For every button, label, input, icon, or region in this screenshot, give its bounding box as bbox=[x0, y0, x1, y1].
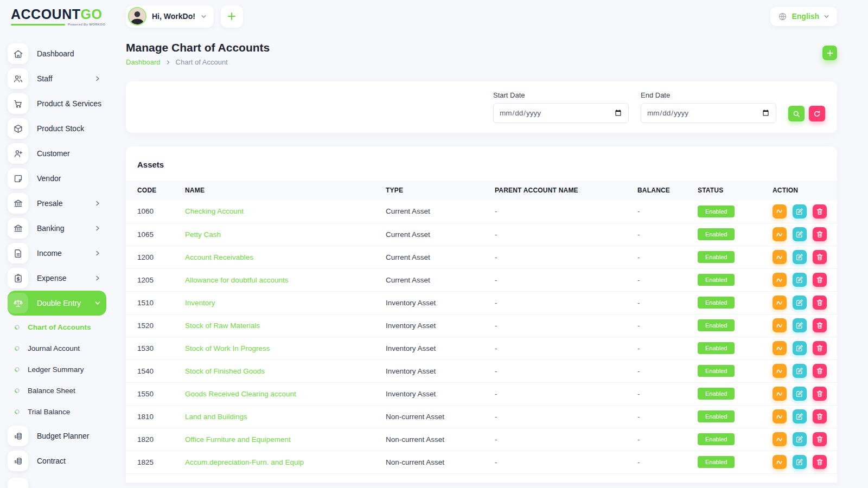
account-name-link[interactable]: Goods Received Clearing account bbox=[185, 390, 296, 398]
sidebar-item-customer[interactable]: Customer bbox=[8, 141, 106, 166]
account-name-link[interactable]: Stock of Work In Progress bbox=[185, 344, 270, 352]
account-name-link[interactable]: Petty Cash bbox=[185, 230, 221, 239]
ledger-activity-button[interactable] bbox=[773, 273, 787, 287]
sidebar-item-income[interactable]: Income bbox=[8, 241, 106, 266]
reset-button[interactable] bbox=[809, 106, 825, 121]
edit-button[interactable] bbox=[793, 341, 807, 355]
start-date-input[interactable] bbox=[493, 103, 629, 123]
workspace-add-button[interactable] bbox=[221, 5, 243, 28]
sidebar-subitem-label: Journal Account bbox=[28, 344, 80, 352]
language-selector[interactable]: English bbox=[770, 7, 837, 26]
cell-code: 1550 bbox=[126, 382, 185, 405]
sidebar-item-expense[interactable]: Expense bbox=[8, 266, 106, 291]
delete-button[interactable] bbox=[813, 273, 827, 287]
delete-button[interactable] bbox=[813, 364, 827, 378]
sidebar-nav: Dashboard Staff Product & Services bbox=[8, 41, 115, 488]
delete-button[interactable] bbox=[813, 432, 827, 446]
account-name-link[interactable]: Accum.depreciation-Furn. and Equip bbox=[185, 458, 304, 466]
sidebar-subitem-chart-of-accounts[interactable]: Chart of Accounts bbox=[8, 317, 115, 338]
col-code: CODE bbox=[126, 181, 185, 200]
cell-parent: - bbox=[495, 337, 637, 359]
user-menu[interactable]: Hi, WorkDo! bbox=[126, 5, 214, 28]
cell-parent: - bbox=[495, 200, 637, 223]
delete-button[interactable] bbox=[813, 250, 827, 264]
sidebar-subitem-ledger-summary[interactable]: Ledger Summary bbox=[8, 359, 115, 380]
cell-code: 1540 bbox=[126, 359, 185, 382]
account-name-link[interactable]: Stock of Finished Goods bbox=[185, 367, 265, 375]
sidebar-item-contract[interactable]: $ Contract bbox=[8, 448, 106, 473]
sidebar-item-product-stock[interactable]: Product Stock bbox=[8, 116, 106, 141]
sidebar-item-label: Expense bbox=[37, 274, 66, 282]
cell-balance: - bbox=[637, 382, 698, 405]
delete-button[interactable] bbox=[813, 455, 827, 469]
delete-button[interactable] bbox=[813, 409, 827, 423]
table-row: 1200 Account Receivables Current Asset -… bbox=[126, 246, 837, 268]
col-action: ACTION bbox=[773, 181, 837, 200]
ledger-activity-button[interactable] bbox=[773, 455, 787, 469]
account-name-link[interactable]: Stock of Raw Materials bbox=[185, 322, 260, 330]
sidebar-item-banking[interactable]: Banking bbox=[8, 216, 106, 241]
ledger-activity-button[interactable] bbox=[773, 364, 787, 378]
ledger-activity-button[interactable] bbox=[773, 318, 787, 332]
account-name-link[interactable]: Office Furniture and Equipement bbox=[185, 435, 291, 444]
cell-code: 1510 bbox=[126, 291, 185, 314]
ledger-activity-button[interactable] bbox=[773, 432, 787, 446]
ledger-activity-button[interactable] bbox=[773, 227, 787, 241]
ledger-activity-button[interactable] bbox=[773, 296, 787, 310]
edit-button[interactable] bbox=[793, 409, 807, 423]
account-name-link[interactable]: Checking Account bbox=[185, 207, 244, 215]
ledger-activity-button[interactable] bbox=[773, 204, 787, 219]
delete-button[interactable] bbox=[813, 387, 827, 401]
sidebar-item-label: Vendor bbox=[37, 174, 61, 183]
create-account-button[interactable] bbox=[822, 46, 837, 60]
sidebar-item-vendor[interactable]: Vendor bbox=[8, 166, 106, 191]
sidebar-item-label: Budget Planner bbox=[37, 432, 90, 440]
edit-button[interactable] bbox=[793, 204, 807, 219]
cell-code: 1520 bbox=[126, 314, 185, 337]
brand-logo[interactable]: ACCOUNTGO Powered By WORKDO bbox=[11, 8, 115, 26]
sidebar-item-staff[interactable]: Staff bbox=[8, 66, 106, 91]
app-root: ACCOUNTGO Powered By WORKDO Dashboard St… bbox=[0, 0, 868, 488]
bullet-icon bbox=[14, 408, 21, 415]
cell-type: Non-current Asset bbox=[386, 428, 495, 451]
account-name-link[interactable]: Allowance for doubtful accounts bbox=[185, 276, 289, 284]
sidebar-item-budget-planner[interactable]: $ Budget Planner bbox=[8, 423, 106, 448]
sidebar-subitem-balance-sheet[interactable]: Balance Sheet bbox=[8, 380, 115, 401]
ledger-activity-button[interactable] bbox=[773, 250, 787, 264]
delete-button[interactable] bbox=[813, 296, 827, 310]
edit-button[interactable] bbox=[793, 273, 807, 287]
cell-type: Non-current Asset bbox=[386, 405, 495, 428]
ledger-activity-button[interactable] bbox=[773, 341, 787, 355]
chevron-down-icon bbox=[824, 14, 829, 20]
sidebar-item-dashboard[interactable]: Dashboard bbox=[8, 41, 106, 66]
edit-button[interactable] bbox=[793, 387, 807, 401]
search-button[interactable] bbox=[788, 106, 805, 121]
table-row: 1510 Inventory Inventory Asset - - Enabl… bbox=[126, 291, 837, 314]
status-badge: Enabled bbox=[698, 365, 735, 377]
sidebar-item-double-entry[interactable]: Double Entry bbox=[8, 291, 106, 316]
cell-code: 1825 bbox=[126, 451, 185, 473]
edit-button[interactable] bbox=[793, 296, 807, 310]
account-name-link[interactable]: Land and Buildings bbox=[185, 413, 247, 421]
edit-button[interactable] bbox=[793, 250, 807, 264]
edit-button[interactable] bbox=[793, 432, 807, 446]
delete-button[interactable] bbox=[813, 204, 827, 219]
edit-button[interactable] bbox=[793, 455, 807, 469]
end-date-input[interactable] bbox=[641, 103, 776, 123]
ledger-activity-button[interactable] bbox=[773, 409, 787, 423]
account-name-link[interactable]: Inventory bbox=[185, 299, 215, 307]
sidebar-item-presale[interactable]: Presale bbox=[8, 191, 106, 216]
sidebar-subitem-trial-balance[interactable]: Trial Balance bbox=[8, 401, 115, 422]
breadcrumb-dashboard-link[interactable]: Dashboard bbox=[126, 58, 161, 66]
delete-button[interactable] bbox=[813, 318, 827, 332]
account-name-link[interactable]: Account Receivables bbox=[185, 253, 253, 261]
edit-button[interactable] bbox=[793, 364, 807, 378]
edit-button[interactable] bbox=[793, 318, 807, 332]
edit-button[interactable] bbox=[793, 227, 807, 241]
sidebar-item-product-services[interactable]: Product & Services bbox=[8, 91, 106, 116]
sidebar-subitem-journal-account[interactable]: Journal Account bbox=[8, 338, 115, 359]
ledger-activity-button[interactable] bbox=[773, 387, 787, 401]
delete-button[interactable] bbox=[813, 227, 827, 241]
delete-button[interactable] bbox=[813, 341, 827, 355]
avatar bbox=[128, 7, 146, 25]
